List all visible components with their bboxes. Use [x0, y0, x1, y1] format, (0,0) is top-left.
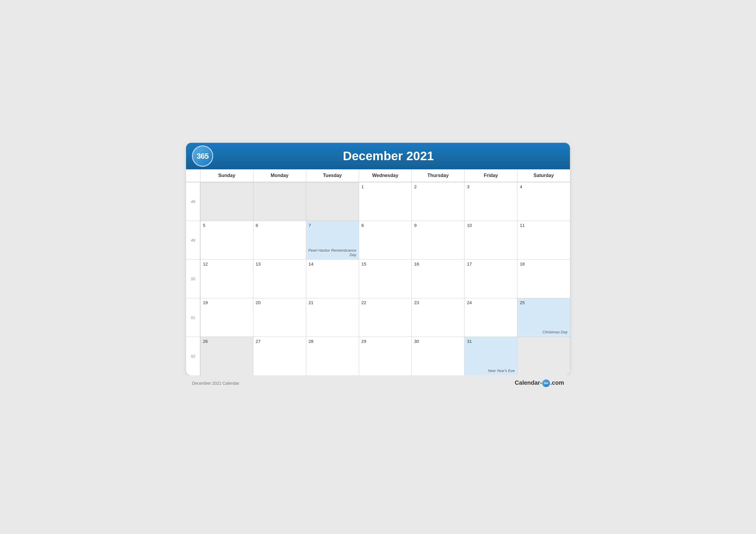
day-number: 3: [467, 184, 515, 189]
day-number: 18: [520, 261, 568, 267]
calendar-cell[interactable]: 30: [411, 337, 464, 375]
week-number: 50: [186, 260, 200, 298]
day-number: 25: [520, 300, 568, 305]
calendar-cell[interactable]: [253, 182, 306, 221]
calendar-body: SundayMondayTuesdayWednesdayThursdayFrid…: [186, 169, 570, 375]
day-number: 15: [362, 261, 409, 267]
logo-text: 365: [197, 152, 208, 161]
week-num-header-empty: [186, 169, 200, 182]
calendar-cell[interactable]: 11: [517, 221, 570, 259]
calendar-cell[interactable]: 4: [517, 182, 570, 221]
calendar-cell[interactable]: 1: [359, 182, 412, 221]
day-number: 17: [467, 261, 515, 267]
calendar-cell[interactable]: 5: [200, 221, 253, 259]
day-header-monday: Monday: [253, 169, 306, 182]
day-number: 19: [203, 300, 251, 305]
calendar-header: 365 December 2021: [186, 143, 570, 169]
calendar-cell[interactable]: 29: [359, 337, 412, 375]
calendar-cell[interactable]: 24: [464, 298, 517, 337]
footer-left-text: December 2021 Calendar: [192, 381, 239, 386]
day-number: 2: [414, 184, 462, 189]
calendar-cell[interactable]: 22: [359, 298, 412, 337]
day-number: 16: [414, 261, 462, 267]
day-number: 11: [520, 223, 568, 228]
day-number: 24: [467, 300, 515, 305]
day-number: 4: [520, 184, 568, 189]
calendar-cell[interactable]: 3: [464, 182, 517, 221]
calendar-cell[interactable]: 20: [253, 298, 306, 337]
day-header-saturday: Saturday: [517, 169, 570, 182]
day-number: 30: [414, 339, 462, 344]
calendar-cell[interactable]: 13: [253, 260, 306, 298]
calendar-cell[interactable]: 6: [253, 221, 306, 259]
calendar-cell[interactable]: [306, 182, 359, 221]
footer-dot-com: .com: [550, 379, 564, 386]
day-header-thursday: Thursday: [411, 169, 464, 182]
holiday-label: Christmas Day: [543, 330, 568, 334]
page-title: December 2021: [216, 149, 561, 163]
footer-calendar-text: Calendar-: [515, 379, 542, 386]
day-number: 26: [203, 339, 251, 344]
calendar-cell[interactable]: 28: [306, 337, 359, 375]
day-header-friday: Friday: [464, 169, 517, 182]
calendar-row: 52262728293031New Year's Eve: [186, 337, 570, 375]
day-headers-row: SundayMondayTuesdayWednesdayThursdayFrid…: [186, 169, 570, 182]
week-number: 51: [186, 298, 200, 337]
day-number: 1: [362, 184, 409, 189]
week-number: 49: [186, 221, 200, 259]
calendar-cell[interactable]: 7Pearl Harbor Remembrance Day: [306, 221, 359, 259]
calendar-cell[interactable]: 31New Year's Eve: [464, 337, 517, 375]
calendar-cell[interactable]: 16: [411, 260, 464, 298]
calendar-cell[interactable]: 18: [517, 260, 570, 298]
calendar-cell[interactable]: 23: [411, 298, 464, 337]
day-number: 23: [414, 300, 462, 305]
calendar-cell[interactable]: 25Christmas Day: [517, 298, 570, 337]
calendar-cell[interactable]: 17: [464, 260, 517, 298]
calendar-row: 5119202122232425Christmas Day: [186, 298, 570, 337]
holiday-label: Pearl Harbor Remembrance Day: [306, 248, 357, 257]
day-number: 28: [309, 339, 357, 344]
day-header-tuesday: Tuesday: [306, 169, 359, 182]
calendar-cell[interactable]: [200, 182, 253, 221]
holiday-label: New Year's Eve: [488, 369, 515, 373]
calendar-cell[interactable]: 15: [359, 260, 412, 298]
calendar-cell[interactable]: 26: [200, 337, 253, 375]
calendar-cell[interactable]: 2: [411, 182, 464, 221]
footer: December 2021 Calendar Calendar-365.com: [186, 375, 570, 391]
day-header-wednesday: Wednesday: [359, 169, 412, 182]
calendar-cell[interactable]: 19: [200, 298, 253, 337]
calendar-cell[interactable]: 27: [253, 337, 306, 375]
page-wrapper: 365 December 2021 SundayMondayTuesdayWed…: [186, 143, 570, 391]
calendar-cell[interactable]: 14: [306, 260, 359, 298]
week-number: 52: [186, 337, 200, 375]
logo-badge: 365: [192, 145, 213, 167]
day-number: 8: [362, 223, 409, 228]
day-number: 13: [256, 261, 304, 267]
day-number: 12: [203, 261, 251, 267]
day-number: 22: [362, 300, 409, 305]
day-number: 29: [362, 339, 409, 344]
calendar-cell[interactable]: 12: [200, 260, 253, 298]
footer-right-text: Calendar-365.com: [515, 379, 564, 387]
calendar-cell[interactable]: [517, 337, 570, 375]
day-number: 21: [309, 300, 357, 305]
calendar-cell[interactable]: 8: [359, 221, 412, 259]
day-number: 27: [256, 339, 304, 344]
week-number: 48: [186, 182, 200, 221]
calendar-row: 481234: [186, 182, 570, 221]
day-number: 6: [256, 223, 304, 228]
day-number: 5: [203, 223, 251, 228]
day-header-sunday: Sunday: [200, 169, 253, 182]
calendar-row: 5012131415161718: [186, 259, 570, 298]
day-number: 20: [256, 300, 304, 305]
calendar-cell[interactable]: 9: [411, 221, 464, 259]
day-number: 9: [414, 223, 462, 228]
calendar-cell[interactable]: 21: [306, 298, 359, 337]
day-number: 31: [467, 339, 515, 344]
day-number: 14: [309, 261, 357, 267]
footer-badge: 365: [542, 379, 550, 387]
calendar-cell[interactable]: 10: [464, 221, 517, 259]
calendar-row: 49567Pearl Harbor Remembrance Day891011: [186, 221, 570, 259]
day-number: 10: [467, 223, 515, 228]
calendar-container: 365 December 2021 SundayMondayTuesdayWed…: [186, 143, 570, 375]
